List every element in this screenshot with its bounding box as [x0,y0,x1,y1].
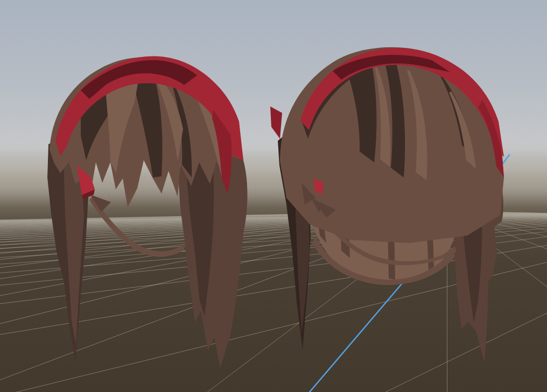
hair-model-left[interactable] [47,56,248,368]
z-axis-segment [310,280,405,392]
hair-model-right-headband-tail-left [270,106,282,139]
hair-model-right[interactable] [270,47,504,362]
viewport-3d[interactable] [0,0,547,392]
